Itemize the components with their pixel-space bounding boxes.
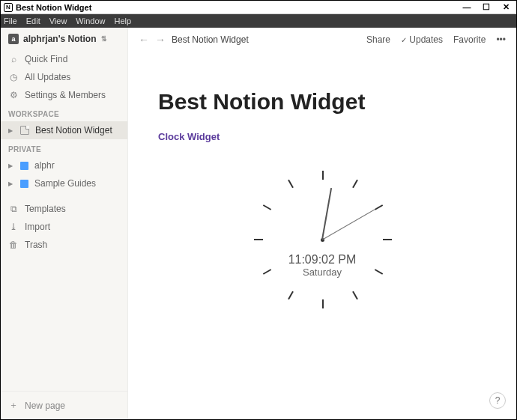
window-titlebar: N Best Notion Widget — ☐ ✕ (1, 1, 516, 14)
clock-tick (375, 204, 383, 210)
chevron-updown-icon: ⇅ (101, 35, 107, 43)
window-controls: — ☐ ✕ (462, 2, 513, 12)
page-title[interactable]: Best Notion Widget (158, 89, 486, 115)
settings-label: Settings & Members (25, 90, 106, 100)
menu-window[interactable]: Window (76, 16, 105, 25)
quick-find-label: Quick Find (25, 54, 67, 64)
clock-widget: 11:09:02 PM Saturday (158, 165, 486, 314)
clock-icon: ◷ (8, 72, 19, 82)
sidebar-page-best-notion-widget[interactable]: ▶ Best Notion Widget (1, 121, 127, 139)
app-icon: N (4, 3, 13, 12)
check-icon: ✓ (401, 36, 407, 44)
disclosure-triangle-icon[interactable]: ▶ (8, 162, 14, 169)
menu-help[interactable]: Help (114, 16, 131, 25)
close-button[interactable]: ✕ (501, 2, 510, 12)
help-button[interactable]: ? (489, 392, 506, 409)
workspace-switcher[interactable]: a alphrjan's Notion ⇅ (1, 28, 127, 50)
clock-tick (288, 180, 294, 188)
section-workspace-label: WORKSPACE (1, 104, 127, 121)
trash-label: Trash (25, 240, 47, 250)
trash-icon: 🗑 (8, 240, 19, 250)
maximize-button[interactable]: ☐ (482, 2, 491, 12)
clock-tick (254, 239, 263, 240)
favorite-button[interactable]: Favorite (453, 34, 486, 45)
clock-widget-link[interactable]: Clock Widget (158, 131, 486, 142)
page-label: Sample Guides (34, 178, 96, 189)
sidebar-new-page[interactable]: ＋ New page (1, 391, 127, 419)
updates-label: Updates (409, 34, 443, 45)
templates-label: Templates (25, 204, 66, 214)
sidebar-all-updates[interactable]: ◷ All Updates (1, 68, 127, 86)
window-title: Best Notion Widget (16, 3, 462, 12)
gear-icon: ⚙ (8, 90, 19, 100)
clock-tick (352, 291, 358, 299)
new-page-label: New page (25, 401, 65, 411)
updates-button[interactable]: ✓ Updates (401, 34, 443, 45)
disclosure-triangle-icon[interactable]: ▶ (8, 127, 14, 134)
sidebar-trash[interactable]: 🗑 Trash (1, 236, 127, 254)
sidebar: a alphrjan's Notion ⇅ ⌕ Quick Find ◷ All… (1, 28, 128, 419)
clock-tick (288, 291, 294, 299)
sidebar-quick-find[interactable]: ⌕ Quick Find (1, 50, 127, 68)
menu-edit[interactable]: Edit (26, 16, 40, 25)
import-icon: ⤓ (8, 222, 19, 232)
breadcrumb[interactable]: Best Notion Widget (172, 34, 249, 45)
menu-bar: File Edit View Window Help (1, 14, 516, 28)
sidebar-page-alphr[interactable]: ▶ alphr (1, 156, 127, 174)
clock-tick (352, 180, 358, 188)
page-label: alphr (34, 160, 55, 171)
clock-tick (263, 204, 271, 210)
search-icon: ⌕ (8, 54, 19, 64)
nav-back-button[interactable]: ← (139, 34, 149, 46)
clock-tick (383, 239, 392, 240)
templates-icon: ⧉ (8, 204, 19, 214)
sidebar-settings[interactable]: ⚙ Settings & Members (1, 86, 127, 104)
import-label: Import (25, 222, 50, 232)
main-area: ← → Best Notion Widget Share ✓ Updates F… (128, 28, 516, 419)
section-private-label: PRIVATE (1, 139, 127, 156)
plus-icon: ＋ (8, 399, 19, 412)
nav-forward-button[interactable]: → (155, 34, 166, 46)
menu-view[interactable]: View (49, 16, 67, 25)
page-content: Best Notion Widget Clock Widget 11:09:02… (128, 52, 516, 419)
all-updates-label: All Updates (25, 72, 70, 82)
sidebar-templates[interactable]: ⧉ Templates (1, 200, 127, 218)
topbar: ← → Best Notion Widget Share ✓ Updates F… (128, 28, 516, 52)
clock-tick (322, 299, 324, 308)
clock-minute-hand (321, 188, 332, 240)
clock-tick (322, 171, 324, 180)
disclosure-triangle-icon[interactable]: ▶ (8, 180, 14, 187)
minimize-button[interactable]: — (462, 3, 471, 12)
menu-file[interactable]: File (4, 16, 17, 25)
clock-second-hand (322, 210, 375, 240)
page-icon (20, 162, 28, 170)
clock-time: 11:09:02 PM (247, 253, 397, 267)
share-button[interactable]: Share (366, 34, 390, 45)
analog-clock: 11:09:02 PM Saturday (247, 165, 397, 314)
more-button[interactable]: ••• (496, 34, 506, 45)
sidebar-page-sample-guides[interactable]: ▶ Sample Guides (1, 174, 127, 192)
app-body: a alphrjan's Notion ⇅ ⌕ Quick Find ◷ All… (1, 28, 516, 419)
workspace-name: alphrjan's Notion (23, 34, 97, 44)
workspace-icon: a (8, 34, 19, 44)
page-icon (20, 126, 29, 135)
page-icon (20, 180, 28, 188)
clock-text: 11:09:02 PM Saturday (247, 253, 397, 278)
sidebar-import[interactable]: ⤓ Import (1, 218, 127, 236)
app-window: N Best Notion Widget — ☐ ✕ File Edit Vie… (0, 0, 517, 420)
page-label: Best Notion Widget (35, 125, 112, 136)
